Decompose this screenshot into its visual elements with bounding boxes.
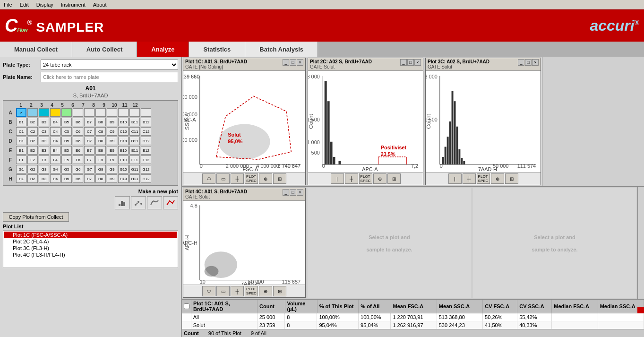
plot-1c-close[interactable]: × (297, 59, 303, 66)
copy-plots-button[interactable]: Copy Plots from Collect (3, 212, 69, 222)
well-f3[interactable]: F3 (39, 156, 49, 164)
plot-3c-zoom-out[interactable]: ⊞ (505, 173, 518, 184)
well-h9[interactable]: H9 (107, 174, 117, 183)
well-c2[interactable]: C2 (27, 127, 38, 136)
well-e1[interactable]: E1 (16, 146, 26, 155)
well-h5[interactable]: H5 (61, 174, 72, 183)
plot-3c-marker[interactable]: | (448, 173, 462, 184)
well-g5[interactable]: G5 (61, 165, 72, 173)
well-a10[interactable] (118, 108, 129, 117)
menu-edit[interactable]: Edit (16, 1, 33, 9)
well-g10[interactable]: G10 (118, 165, 129, 173)
menu-about[interactable]: About (89, 1, 111, 9)
tab-batch-analysis[interactable]: Batch Analysis (245, 42, 318, 57)
well-g11[interactable]: G11 (129, 165, 140, 173)
well-b9[interactable]: B9 (107, 118, 117, 126)
well-e8[interactable]: E8 (95, 146, 106, 155)
well-b1[interactable]: B1 (16, 118, 26, 126)
well-d4[interactable]: D4 (50, 137, 60, 145)
plot-4c-minimize[interactable]: _ (283, 189, 289, 196)
plot-3c-crosshair[interactable]: ┼ (463, 173, 476, 184)
well-c5[interactable]: C5 (61, 127, 72, 136)
plot-1c-zoom-out[interactable]: ⊞ (273, 173, 286, 184)
tab-manual-collect[interactable]: Manual Collect (0, 42, 72, 57)
plate-name-input[interactable] (41, 72, 178, 82)
well-d8[interactable]: D8 (95, 137, 106, 145)
plot-spec-btn-4c[interactable]: PLOTSPEC (245, 286, 258, 296)
well-a6[interactable] (73, 108, 83, 117)
well-g8[interactable]: G8 (95, 165, 106, 173)
well-d5[interactable]: D5 (61, 137, 72, 145)
plot-list-item-2c[interactable]: Plot 2C (FL4-A) (4, 238, 177, 245)
well-e10[interactable]: E10 (118, 146, 129, 155)
well-d9[interactable]: D9 (107, 137, 117, 145)
well-h1[interactable]: H1 (16, 174, 26, 183)
plot-1c-zoom-in[interactable]: ⊕ (259, 173, 272, 184)
well-e12[interactable]: E12 (141, 146, 151, 155)
well-b2[interactable]: B2 (27, 118, 38, 126)
well-e4[interactable]: E4 (50, 146, 60, 155)
plot-2c-minimize[interactable]: _ (400, 59, 407, 66)
well-b8[interactable]: B8 (95, 118, 106, 126)
plot-spec-btn-3c[interactable]: PLOTSPEC (477, 173, 490, 184)
plot-list-item-1c[interactable]: Plot 1C (FSC-A/SSC-A) (4, 232, 177, 238)
well-c6[interactable]: C6 (73, 127, 83, 136)
well-a4[interactable] (50, 108, 60, 117)
plot-1c-oval-gate[interactable]: ⬭ (202, 173, 215, 184)
well-f7[interactable]: F7 (84, 156, 94, 164)
well-f1[interactable]: F1 (16, 156, 26, 164)
well-a1[interactable]: ✓ (16, 108, 26, 117)
menu-display[interactable]: Display (33, 1, 57, 9)
well-a8[interactable] (95, 108, 106, 117)
well-g4[interactable]: G4 (50, 165, 60, 173)
plot-4c-zoom-out[interactable]: ⊞ (273, 286, 286, 296)
well-c9[interactable]: C9 (107, 127, 117, 136)
well-a11[interactable] (129, 108, 140, 117)
well-d6[interactable]: D6 (73, 137, 83, 145)
plate-type-select[interactable]: 24 tube rack (41, 60, 178, 70)
well-e6[interactable]: E6 (73, 146, 83, 155)
well-d7[interactable]: D7 (84, 137, 94, 145)
well-h6[interactable]: H6 (73, 174, 83, 183)
well-f5[interactable]: F5 (61, 156, 72, 164)
well-f6[interactable]: F6 (73, 156, 83, 164)
well-e9[interactable]: E9 (107, 146, 117, 155)
histogram-btn[interactable] (115, 196, 130, 209)
well-d1[interactable]: D1 (16, 137, 26, 145)
well-c8[interactable]: C8 (95, 127, 106, 136)
dot-plot-btn[interactable] (131, 196, 146, 209)
line-plot-btn[interactable] (163, 196, 178, 209)
well-c11[interactable]: C11 (129, 127, 140, 136)
stats-select-all[interactable] (184, 303, 189, 309)
well-h2[interactable]: H2 (27, 174, 38, 183)
well-b3[interactable]: B3 (39, 118, 49, 126)
plot-3c-minimize[interactable]: _ (518, 59, 524, 66)
well-h10[interactable]: H10 (118, 174, 129, 183)
top-scrollbar[interactable] (542, 57, 549, 186)
well-h4[interactable]: H4 (50, 174, 60, 183)
well-e3[interactable]: E3 (39, 146, 49, 155)
menu-file[interactable]: File (0, 1, 16, 9)
well-f12[interactable]: F12 (141, 156, 151, 164)
plot-2c-zoom-in[interactable]: ⊕ (373, 173, 386, 184)
well-a9[interactable] (107, 108, 117, 117)
plot-1c-minimize[interactable]: _ (283, 59, 289, 66)
tab-analyze[interactable]: Analyze (137, 42, 189, 57)
well-f10[interactable]: F10 (118, 156, 129, 164)
density-plot-btn[interactable] (147, 196, 162, 209)
well-e2[interactable]: E2 (27, 146, 38, 155)
well-h7[interactable]: H7 (84, 174, 94, 183)
well-c4[interactable]: C4 (50, 127, 60, 136)
plot-4c-close[interactable]: × (297, 189, 303, 196)
well-d10[interactable]: D10 (118, 137, 129, 145)
well-h8[interactable]: H8 (95, 174, 106, 183)
plot-spec-btn-2c[interactable]: PLOTSPEC (359, 173, 372, 184)
well-c10[interactable]: C10 (118, 127, 129, 136)
well-b11[interactable]: B11 (129, 118, 140, 126)
well-g3[interactable]: G3 (39, 165, 49, 173)
well-c3[interactable]: C3 (39, 127, 49, 136)
well-c1[interactable]: C1 (16, 127, 26, 136)
well-e7[interactable]: E7 (84, 146, 94, 155)
plot-2c-crosshair[interactable]: ┼ (345, 173, 358, 184)
well-f4[interactable]: F4 (50, 156, 60, 164)
